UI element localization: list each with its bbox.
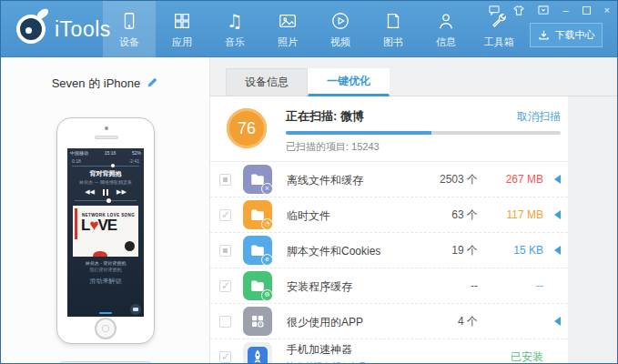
book-icon [382, 10, 404, 32]
item-name: 脚本文件和Cookies [287, 245, 380, 258]
feedback-icon[interactable] [489, 5, 500, 15]
device-name: Seven 的 iPhone [1, 76, 209, 92]
next-track-icon: ▶▶ [117, 188, 127, 196]
expand-triangle-icon[interactable] [554, 317, 561, 326]
nav-item-photos[interactable]: 照片 [261, 1, 314, 57]
optimize-card: 76 正在扫描: 微博 取消扫描 已扫描的项目: 15243 × [210, 96, 568, 364]
scan-progress-bar [286, 131, 561, 135]
item-name: 很少使用的APP [287, 316, 363, 329]
phone-camera-dot [105, 126, 108, 130]
track-times: 0:18 -2:41 [67, 156, 144, 164]
checkbox[interactable] [219, 209, 231, 221]
expand-triangle-icon[interactable] [554, 210, 561, 219]
e-badge-icon: e [261, 254, 273, 266]
item-size: -- [478, 279, 543, 292]
download-icon [538, 29, 550, 41]
checkbox[interactable] [219, 351, 231, 363]
phone-screen: 中国移动 15:16 52% 0:18 -2:41 背对背拥抱 林俊杰 — 网络… [67, 148, 144, 317]
item-name: 手机加速神器 [287, 343, 352, 356]
top-toolbar: iTools 设备 应用 ♫ 音乐 照片 [1, 1, 618, 57]
main-nav: 设备 应用 ♫ 音乐 照片 视频 图书 [103, 1, 525, 57]
itools-logo-icon [14, 12, 48, 46]
apps-icon [171, 10, 193, 32]
edit-device-name-icon[interactable] [147, 76, 158, 91]
nav-item-books[interactable]: 图书 [367, 1, 420, 57]
checkbox[interactable] [219, 280, 231, 292]
expand-triangle-icon[interactable] [554, 175, 561, 184]
list-item-cookies[interactable]: e 脚本文件和Cookies 19 个 15 KB [210, 233, 568, 268]
menu-icon[interactable] [538, 5, 549, 15]
item-count: -- [382, 279, 478, 292]
rocket-icon [243, 342, 272, 364]
device-panel: Seven 的 iPhone 中国移动 15:16 52% 0:18 -2:41… [1, 57, 210, 364]
checkbox[interactable] [219, 174, 231, 186]
scan-percent-ring: 76 [227, 108, 267, 148]
scanned-items-text: 已扫描的项目: 15243 [286, 140, 561, 154]
lyric-line-2: 我们背对背拥抱 [67, 267, 144, 272]
track-scrubber [72, 166, 139, 167]
tab-device-info[interactable]: 设备信息 [226, 68, 308, 96]
folder-installer-icon: ⚙ [243, 271, 272, 300]
tab-one-click-optimize[interactable]: 一键优化 [308, 68, 390, 96]
list-item-rarely-used-apps[interactable]: 很少使用的APP 4 个 [210, 304, 568, 339]
device-icon [118, 10, 140, 32]
list-item-offline-cache[interactable]: × 离线文件和缓存 2503 个 267 MB [210, 162, 568, 197]
cancel-scan-link[interactable]: 取消扫描 [517, 109, 561, 125]
folder-offline-icon: × [243, 165, 272, 194]
theme-icon[interactable] [513, 5, 524, 15]
app-grid-icon [243, 307, 272, 336]
item-count: 63 个 [382, 207, 478, 223]
unlock-indicator [99, 312, 112, 314]
scan-progress-fill [286, 131, 431, 135]
photos-icon [277, 10, 299, 32]
volume-slider [75, 200, 137, 201]
scan-section: 76 正在扫描: 微博 取消扫描 已扫描的项目: 15243 [210, 96, 568, 162]
video-icon [329, 10, 351, 32]
download-center-button[interactable]: 下载中心 [530, 23, 603, 47]
maximize-icon[interactable] [583, 6, 591, 15]
nav-item-device[interactable]: 设备 [103, 1, 156, 57]
item-count: 4 个 [382, 314, 478, 329]
phone-status-bar: 中国移动 15:16 52% [67, 148, 144, 156]
album-disc-badge [125, 241, 135, 251]
scan-status-text: 正在扫描: 微博 [286, 108, 364, 125]
lyric-line-1: 林俊杰 - 背对背拥抱 [67, 260, 144, 266]
tools-badge-icon: ⚙ [261, 289, 273, 301]
previous-track-icon: ◀◀ [85, 188, 95, 196]
checkbox[interactable] [219, 316, 231, 328]
cleanup-list: × 离线文件和缓存 2503 个 267 MB ◔ 临时文件 63 个 117 … [210, 162, 568, 364]
item-size: 117 MB [478, 208, 543, 221]
expand-triangle-icon[interactable] [554, 246, 561, 255]
list-item-installer-cache[interactable]: ⚙ 安装程序缓存 -- -- [210, 268, 568, 304]
item-status: 已安装 [478, 349, 543, 364]
folder-cookies-icon: e [243, 236, 272, 265]
list-item-speed-booster[interactable]: 手机加速神器 让你的设备运行如飞 已安装 [210, 339, 568, 364]
item-size: 267 MB [478, 173, 543, 186]
nav-item-info[interactable]: 信息 [420, 1, 472, 57]
item-count: 2503 个 [382, 172, 478, 187]
nav-item-apps[interactable]: 应用 [156, 1, 208, 57]
checkbox[interactable] [219, 245, 231, 257]
nav-item-music[interactable]: ♫ 音乐 [208, 1, 261, 57]
item-name: 临时文件 [287, 209, 330, 222]
minimize-icon[interactable]: – [562, 5, 568, 15]
item-count: 19 个 [382, 243, 478, 258]
nav-item-videos[interactable]: 视频 [314, 1, 367, 57]
list-item-temp-files[interactable]: ◔ 临时文件 63 个 117 MB [210, 197, 568, 233]
item-size: 15 KB [478, 244, 543, 257]
phone-speaker [95, 136, 118, 139]
music-icon: ♫ [224, 10, 246, 32]
tab-bar: 设备信息 一键优化 [210, 57, 618, 96]
folder-temp-icon: ◔ [243, 200, 272, 229]
app-logo: iTools [14, 12, 111, 46]
item-subtitle: 让你的设备运行如飞 [287, 360, 382, 364]
pause-icon [103, 189, 108, 196]
person-icon [435, 10, 457, 32]
main-panel: 设备信息 一键优化 76 正在扫描: 微博 取消扫描 已扫描的项目: 15243 [210, 57, 618, 364]
close-icon[interactable]: × [604, 5, 610, 15]
scan-percent: 76 [238, 119, 256, 138]
phone-home-button [95, 318, 117, 339]
x-badge-icon: × [261, 183, 273, 195]
item-name: 安装程序缓存 [287, 280, 352, 293]
iphone-preview: 中国移动 15:16 52% 0:18 -2:41 背对背拥抱 林俊杰 — 网络… [56, 117, 155, 344]
